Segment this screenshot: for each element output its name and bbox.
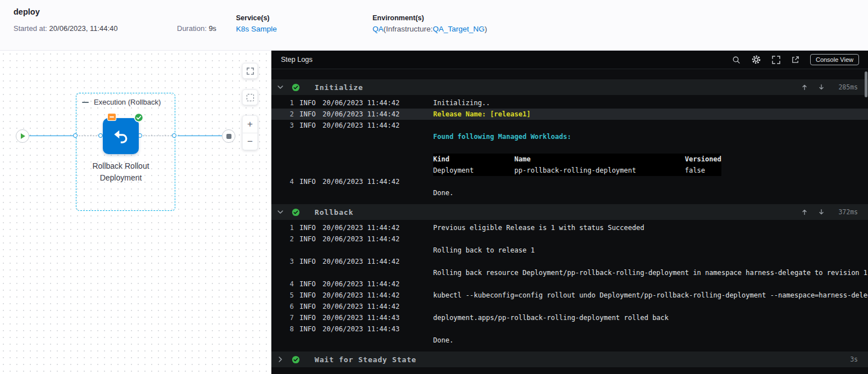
line-number [287,187,294,199]
log-message: Previous eligible Release is 1 with stat… [433,222,644,233]
line-number [287,335,294,346]
section-title: Wait for Steady State [315,355,416,364]
started-at-label: Started at: [13,24,49,33]
log-message: Initializing.. [433,97,490,109]
log-section-rollback[interactable]: Rollback372ms [271,204,868,220]
pipeline-name: deploy [13,7,40,16]
log-level [299,142,319,154]
edge-start [29,136,73,136]
log-line: Deployment pp-rollback-rolling-deploymen… [271,165,868,176]
environment-name[interactable]: QA [372,25,384,33]
started-at-value: 20/06/2023, 11:44:40 [49,24,118,33]
scroll-down-icon[interactable] [817,83,825,91]
log-line: 1INFO20/06/2023 11:44:42Previous eligibl… [271,222,868,233]
execution-graph-canvas[interactable]: Execution (Rollback) Rollback Rollout De… [0,51,271,374]
log-level: INFO [299,301,319,312]
zoom-in-button[interactable]: + [243,116,257,133]
log-line: 5INFO20/06/2023 11:44:42kubectl --kubeco… [271,290,868,301]
log-message: Kind Name Versioned [433,154,721,165]
environment-link[interactable]: QA(Infrastructure:QA_Target_NG) [372,25,487,33]
console-view-button[interactable]: Console View [810,54,859,65]
log-level: INFO [299,312,319,323]
log-timestamp: 20/06/2023 11:44:42 [322,301,401,312]
line-number: 2 [287,233,294,245]
log-line: 7INFO20/06/2023 11:44:43deployment.apps/… [271,312,868,323]
section-duration: 3s [834,355,858,363]
section-duration: 285ms [834,83,858,91]
log-settings-button[interactable] [751,55,761,65]
infrastructure-link[interactable]: QA_Target_NG [433,25,484,33]
success-check-icon [292,355,300,364]
step-logs-title: Step Logs [281,56,312,64]
chevron-down-icon[interactable] [277,209,284,215]
log-section-wait-for-steady-state[interactable]: Wait for Steady State3s [271,352,868,367]
fullscreen-button[interactable] [772,56,780,64]
log-level: INFO [299,97,319,109]
line-number: 4 [287,176,294,187]
started-at: Started at: 20/06/2023, 11:44:40 [13,24,118,33]
step-node-label: Rollback Rollout Deployment [81,160,160,184]
log-level: INFO [299,323,319,335]
scroll-down-icon[interactable] [817,208,825,216]
open-in-new-button[interactable] [791,56,799,64]
log-line: 3INFO20/06/2023 11:44:42 [271,120,868,131]
fit-to-screen-button[interactable] [242,63,258,79]
settings-gear-icon [751,55,761,65]
log-line: Done. [271,335,868,346]
open-in-new-icon [791,56,799,64]
fullscreen-icon [772,56,780,64]
chevron-right-icon[interactable] [277,356,284,363]
log-timestamp: 20/06/2023 11:44:42 [322,256,401,267]
log-line [271,142,868,154]
pipeline-end-node[interactable] [222,129,235,143]
log-timestamp: 20/06/2023 11:44:42 [322,109,401,120]
log-line: Rolling back to release 1 [271,245,868,256]
line-number: 8 [287,323,294,335]
zoom-out-button[interactable]: − [243,133,257,150]
step-logs-header: Step Logs [271,51,868,69]
scroll-up-icon[interactable] [801,83,808,91]
log-line: 4INFO20/06/2023 11:44:42 [271,176,868,187]
log-section-initialize[interactable]: Initialize285ms [271,79,868,95]
log-level [299,187,319,199]
line-number [287,154,294,165]
execution-header: deploy Started at: 20/06/2023, 11:44:40 … [0,0,868,51]
log-message: Done. [433,187,453,199]
log-line: Done. [271,187,868,199]
node-success-check-icon [134,112,144,125]
infrastructure-suffix: ) [485,25,488,33]
log-message: Done. [433,335,453,346]
zoom-controls: + − [242,115,258,150]
scroll-up-icon[interactable] [801,208,808,216]
marquee-select-button[interactable] [242,89,258,105]
search-button[interactable] [732,56,740,64]
line-number: 3 [287,256,294,267]
log-message: Release Name: [release1] [433,109,530,120]
log-message: Rolling back to release 1 [433,245,535,256]
marquee-select-icon [247,94,254,101]
log-line: Kind Name Versioned [271,154,868,165]
section-title: Initialize [315,83,363,92]
collapse-minus-icon[interactable] [82,102,89,103]
edge-end [178,136,222,136]
chevron-down-icon[interactable] [277,84,284,91]
section-log-lines: 1INFO20/06/2023 11:44:42Initializing..2I… [271,95,868,202]
execution-group-label: Execution (Rollback) [94,98,161,106]
service-link[interactable]: K8s Sample [236,25,277,33]
log-timestamp [322,142,401,154]
line-number: 4 [287,278,294,290]
execution-group-toggle[interactable]: Execution (Rollback) [82,98,161,106]
log-line: Found following Managed Workloads: [271,131,868,142]
pipeline-start-node[interactable] [16,129,29,143]
log-level [299,335,319,346]
line-number: 2 [287,109,294,120]
connector-port [172,133,176,138]
success-check-icon [292,83,300,92]
line-number [287,267,294,278]
stop-icon [226,134,231,139]
scrollbar-thumb[interactable] [865,71,867,97]
log-level: INFO [299,278,319,290]
search-icon [732,56,740,64]
line-number [287,142,294,154]
log-level [299,154,319,165]
